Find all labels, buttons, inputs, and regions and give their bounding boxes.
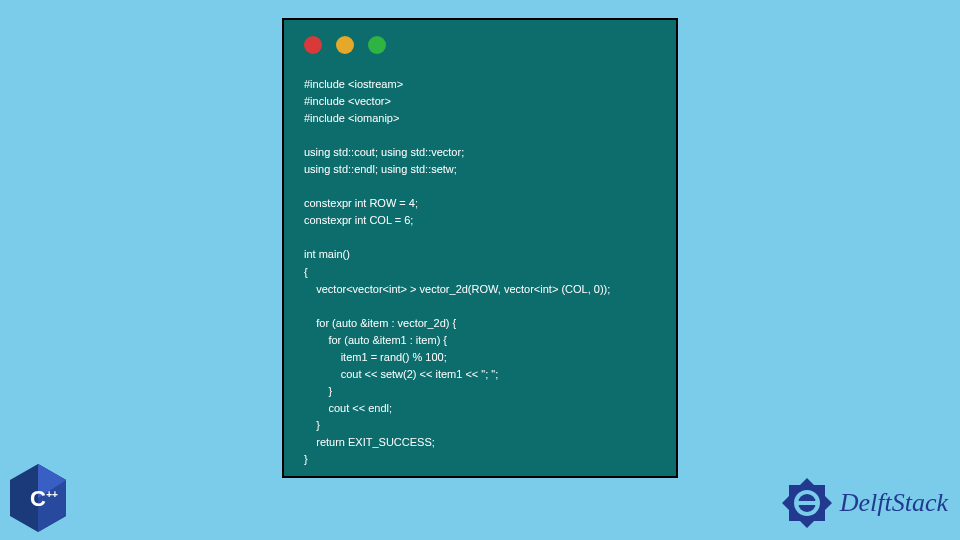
window-traffic-lights bbox=[284, 20, 676, 64]
close-icon bbox=[304, 36, 322, 54]
cpp-badge-icon: C ++ bbox=[6, 462, 70, 534]
minimize-icon bbox=[336, 36, 354, 54]
maximize-icon bbox=[368, 36, 386, 54]
svg-text:++: ++ bbox=[46, 489, 58, 500]
code-window: #include <iostream> #include <vector> #i… bbox=[282, 18, 678, 478]
svg-text:C: C bbox=[30, 486, 46, 511]
svg-rect-8 bbox=[797, 501, 817, 505]
brand-name: DelftStack bbox=[840, 488, 948, 518]
brand-emblem-icon bbox=[780, 476, 834, 530]
code-content: #include <iostream> #include <vector> #i… bbox=[284, 64, 676, 488]
brand-logo: DelftStack bbox=[780, 476, 948, 530]
